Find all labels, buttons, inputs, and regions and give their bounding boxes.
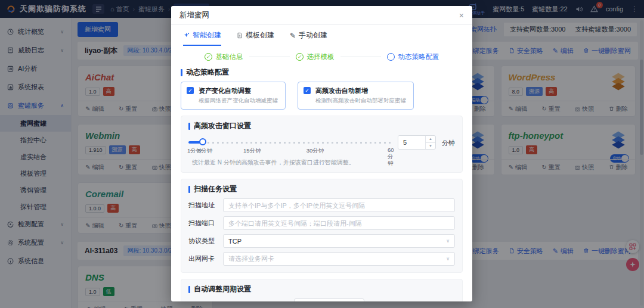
window-slider[interactable]: 1分钟 5分钟 15分钟 30分钟 60分钟 — [188, 136, 392, 148]
section-bar — [188, 186, 190, 193]
check-circle-icon: ✓ — [296, 53, 304, 61]
policy-options: ✓ 资产变化自动调整 根据网络资产变化自动增减蜜罐 ✓ 高频攻击自动新增 检测到… — [181, 82, 463, 110]
pencil-icon: ✎ — [290, 32, 296, 40]
protocol-value: TCP — [228, 238, 242, 245]
hour-value: 0时 — [299, 301, 309, 301]
create-mode-tabs: 智能创建 模板创建 ✎ 手动创建 — [181, 25, 463, 46]
out-nic-label: 出网网卡 — [188, 254, 223, 263]
stepper-down-icon[interactable]: ▼ — [426, 142, 435, 150]
chevron-down-icon: ∨ — [446, 256, 450, 262]
attack-window-title: 高频攻击窗口设置 — [188, 121, 455, 131]
scan-port-label: 扫描端口 — [188, 219, 223, 228]
minutes-unit-label: 分钟 — [442, 139, 455, 148]
asset-auto-adjust-option[interactable]: ✓ 资产变化自动调整 根据网络资产变化自动增减蜜罐 — [181, 82, 286, 110]
out-nic-select[interactable]: 请选择业务网卡 ∨ — [223, 252, 455, 266]
protocol-label: 协议类型 — [188, 237, 223, 245]
step-select-template: ✓ 选择模板 — [296, 52, 335, 61]
radio-daily[interactable]: 每日 — [188, 301, 212, 301]
scan-task-panel: 扫描任务设置 扫描地址 扫描端口 协议类型 TCP ∨ 出网网卡 请选择业 — [181, 179, 463, 273]
adjust-cycle-panel: 自动调整周期设置 每日 每周 每月 0时 ∨ — [181, 279, 463, 301]
add-honeynet-modal: 新增蜜网 × 智能创建 模板创建 ✎ 手动创建 ✓ 基础信息 ✓ 选择模板 — [171, 6, 472, 301]
stepper-up-icon[interactable]: ▲ — [426, 136, 435, 142]
step-connector — [340, 57, 381, 57]
attack-window-panel: 高频攻击窗口设置 1分钟 5分钟 15分钟 30分钟 60分钟 — [181, 116, 463, 173]
checkbox-checked-icon[interactable]: ✓ — [304, 87, 311, 94]
option-desc: 检测到高频攻击时自动部署对应蜜罐 — [315, 97, 406, 105]
tab-manual-create[interactable]: ✎ 手动创建 — [290, 30, 327, 46]
option-label: 资产变化自动调整 — [199, 86, 278, 95]
close-icon[interactable]: × — [459, 11, 464, 20]
radio-weekly[interactable]: 每周 — [224, 301, 247, 301]
checkbox-checked-icon[interactable]: ✓ — [187, 87, 194, 94]
attack-auto-add-option[interactable]: ✓ 高频攻击自动新增 检测到高频攻击时自动部署对应蜜罐 — [298, 82, 414, 110]
circle-icon: ✓ — [387, 53, 395, 61]
window-help-text: 统计最近 N 分钟的高频攻击事件，并按该窗口进行智能调整。 — [188, 158, 455, 167]
scan-port-input[interactable] — [228, 220, 450, 227]
scan-address-input[interactable] — [228, 202, 450, 209]
step-indicator: ✓ 基础信息 ✓ 选择模板 ✓ 动态策略配置 — [181, 46, 463, 63]
scan-address-label: 扫描地址 — [188, 201, 223, 210]
option-desc: 根据网络资产变化自动增减蜜罐 — [199, 97, 278, 105]
section-bar — [188, 286, 190, 293]
document-icon — [237, 32, 243, 39]
hour-select[interactable]: 0时 ∨ — [294, 298, 364, 301]
step-connector — [249, 57, 290, 57]
protocol-select[interactable]: TCP ∨ — [223, 234, 455, 248]
section-bar — [181, 69, 182, 76]
sparkle-icon — [183, 32, 190, 39]
dynamic-policy-section-title: 动态策略配置 — [181, 67, 463, 77]
radio-monthly[interactable]: 每月 — [259, 301, 282, 301]
slider-handle[interactable] — [199, 138, 206, 145]
step-basic-info: ✓ 基础信息 — [205, 52, 243, 61]
tab-template-create[interactable]: 模板创建 — [237, 30, 274, 46]
slider-track — [203, 142, 392, 144]
chevron-down-icon: ∨ — [446, 238, 450, 244]
minutes-value-field[interactable] — [398, 136, 425, 149]
out-nic-placeholder: 请选择业务网卡 — [228, 254, 274, 263]
slider-marks: 1分钟 5分钟 15分钟 30分钟 60分钟 — [188, 147, 392, 155]
option-label: 高频攻击自动新增 — [315, 86, 406, 95]
window-minutes-input: ▲▼ — [398, 135, 436, 150]
step-dynamic-policy: ✓ 动态策略配置 — [387, 52, 439, 61]
adjust-cycle-title: 自动调整周期设置 — [188, 284, 455, 294]
modal-header: 新增蜜网 × — [171, 6, 472, 25]
scan-task-title: 扫描任务设置 — [188, 184, 455, 194]
number-stepper: ▲▼ — [425, 136, 435, 149]
section-bar — [188, 123, 190, 130]
modal-title: 新增蜜网 — [179, 10, 209, 20]
tab-smart-create[interactable]: 智能创建 — [183, 30, 221, 46]
cycle-radio-group: 每日 每周 每月 0时 ∨ — [188, 298, 455, 301]
check-circle-icon: ✓ — [205, 53, 212, 61]
